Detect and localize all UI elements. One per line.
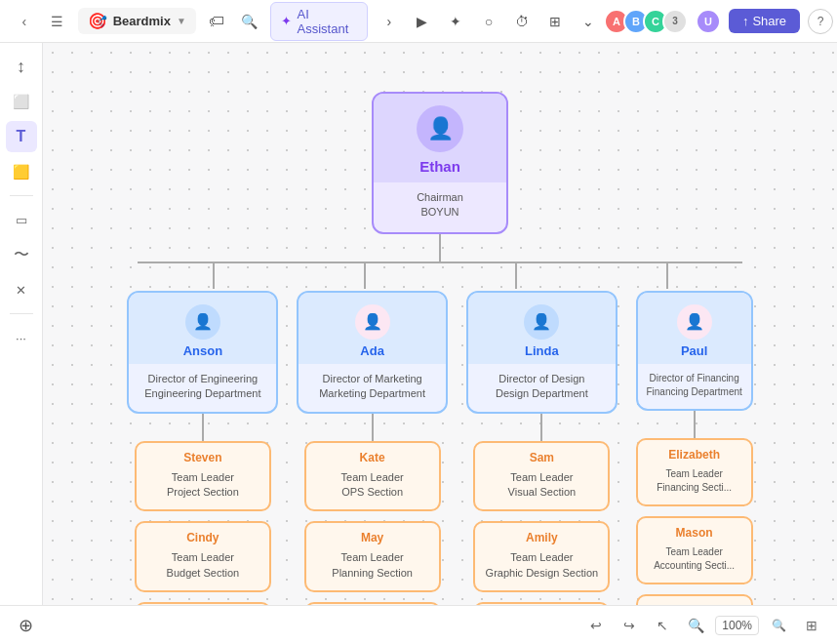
tick-4 (666, 262, 668, 289)
undo-button[interactable]: ↩ (582, 612, 610, 639)
linda-col: 👤 Linda Director of Design Design Depart… (466, 291, 618, 605)
mid-level: 👤 Anson Director of Engineering Engineer… (118, 291, 762, 605)
paul-name: Paul (681, 343, 707, 358)
bottom-bar: ⊕ ↩ ↪ ↖ 🔍 100% 🔍 ⊞ (0, 605, 837, 644)
mid-node-linda[interactable]: 👤 Linda Director of Design Design Depart… (466, 291, 618, 414)
leaf-cindy[interactable]: Cindy Team Leader Budget Section (135, 521, 271, 592)
leaf-michael[interactable]: Michael Te... U... (473, 602, 610, 605)
mid-node-ada[interactable]: 👤 Ada Director of Marketing Marketing De… (297, 291, 448, 414)
share-icon: ↑ (742, 14, 749, 28)
root-role1: Chairman (381, 190, 498, 205)
topbar-right: A B C 3 U ↑ Share ? (610, 9, 833, 34)
sam-role1: Team Leader (483, 470, 600, 485)
logo-icon: 🎯 (88, 12, 107, 30)
leaf-amily[interactable]: Amily Team Leader Graphic Design Section (473, 521, 610, 592)
mid-node-paul[interactable]: 👤 Paul Director of Financing Financing D… (636, 291, 753, 411)
mason-name: Mason (646, 526, 743, 540)
linda-role1: Director of Design (476, 372, 608, 386)
linda-name: Linda (525, 343, 559, 358)
ada-avatar: 👤 (355, 304, 390, 340)
tag-button[interactable]: 🏷 (204, 8, 229, 35)
zoom-out-button[interactable]: 🔍 (682, 612, 709, 639)
search-button[interactable]: 🔍 (237, 8, 262, 35)
h-line (138, 262, 742, 263)
circle-btn[interactable]: ○ (475, 8, 502, 35)
ai-icon: ✦ (281, 14, 292, 28)
bottom-left: ⊕ (12, 612, 39, 639)
leaf-col-linda: Sam Team Leader Visual Section Amily Tea… (473, 441, 610, 605)
brand-logo[interactable]: 🎯 Beardmix ▼ (78, 8, 196, 34)
sidebar-tool-move[interactable]: ↕ (6, 51, 37, 82)
leaf-lucia[interactable]: Lucia (636, 594, 753, 605)
ada-name: Ada (360, 343, 384, 358)
sidebar-tool-more[interactable]: ··· (6, 322, 37, 353)
ai-assistant-button[interactable]: ✦ AI Assistant (270, 2, 368, 41)
leaf-sam[interactable]: Sam Team Leader Visual Section (473, 441, 610, 512)
user-avatar[interactable]: U (696, 9, 721, 34)
back-button[interactable]: ‹ (12, 8, 37, 35)
star-btn[interactable]: ✦ (442, 8, 469, 35)
anson-name: Anson (183, 343, 222, 358)
add-frame-button[interactable]: ⊕ (12, 612, 39, 639)
v-conn-anson (202, 414, 204, 441)
help-button[interactable]: ? (808, 9, 833, 34)
leaf-col-anson: Steven Team Leader Project Section Cindy… (135, 441, 271, 605)
tick-1 (213, 262, 215, 289)
leaf-kate[interactable]: Kate Team Leader OPS Section (304, 441, 441, 512)
sidebar-tool-sticky[interactable]: 🟨 (6, 156, 37, 187)
may-role2: Planning Section (314, 566, 431, 581)
steven-name: Steven (144, 451, 261, 464)
sidebar-tool-text[interactable]: T (6, 121, 37, 152)
sidebar-tool-pen[interactable]: 〜 (6, 239, 37, 270)
amily-role2: Graphic Design Section (483, 566, 600, 581)
leaf-mason[interactable]: Mason Team Leader Accounting Secti... (636, 516, 753, 584)
down-btn[interactable]: ⌄ (575, 8, 602, 35)
sidebar-tool-connector[interactable]: ✕ (6, 274, 37, 305)
redo-button[interactable]: ↪ (616, 612, 643, 639)
mason-role1: Team Leader (646, 545, 743, 559)
leaf-may[interactable]: May Team Leader Planning Section (304, 521, 441, 592)
share-label: Share (752, 14, 786, 28)
cursor-button[interactable]: ↖ (649, 612, 676, 639)
left-sidebar: ↕ ⬜ T 🟨 ▭ 〜 ✕ ··· (0, 43, 43, 605)
canvas-area[interactable]: 👤 Ethan Chairman BOYUN (43, 43, 837, 605)
may-name: May (314, 531, 431, 544)
leaf-elizabeth[interactable]: Elizabeth Team Leader Financing Secti... (636, 438, 753, 506)
grid-btn[interactable]: ⊞ (541, 8, 569, 35)
kate-role1: Team Leader (314, 470, 431, 485)
leaf-karl[interactable]: Karl Team Leader Technical Section (135, 602, 271, 605)
sam-role2: Visual Section (483, 485, 600, 500)
vl-anson (202, 414, 204, 441)
avatars-group: A B C 3 (610, 9, 688, 34)
leaf-col-ada: Kate Team Leader OPS Section May Team Le… (304, 441, 441, 605)
root-level: 👤 Ethan Chairman BOYUN (60, 92, 820, 234)
fit-button[interactable]: ⊞ (798, 612, 825, 639)
main-area: ↕ ⬜ T 🟨 ▭ 〜 ✕ ··· 👤 Ethan Chairman BOYU (0, 43, 837, 605)
leaf-steven[interactable]: Steven Team Leader Project Section (135, 441, 271, 512)
linda-header: 👤 Linda (468, 293, 616, 364)
root-name: Ethan (419, 158, 460, 175)
root-node[interactable]: 👤 Ethan Chairman BOYUN (372, 92, 508, 234)
paul-col: 👤 Paul Director of Financing Financing D… (636, 291, 753, 605)
linda-avatar: 👤 (524, 304, 559, 340)
cindy-role2: Budget Section (144, 566, 261, 581)
sidebar-tool-shape[interactable]: ▭ (6, 204, 37, 235)
zoom-in-button[interactable]: 🔍 (765, 612, 792, 639)
clock-btn[interactable]: ⏱ (508, 8, 536, 35)
mid-node-anson[interactable]: 👤 Anson Director of Engineering Engineer… (127, 291, 278, 414)
bottom-right: ↩ ↪ ↖ 🔍 100% 🔍 ⊞ (582, 612, 825, 639)
share-button[interactable]: ↑ Share (729, 9, 800, 33)
brand-name: Beardmix (113, 14, 171, 28)
v-conn-ada (372, 414, 374, 441)
sidebar-divider-1 (10, 195, 33, 196)
menu-button[interactable]: ☰ (45, 8, 70, 35)
play-btn[interactable]: ▶ (409, 8, 436, 35)
forward-btn[interactable]: › (376, 8, 403, 35)
sidebar-tool-frame[interactable]: ⬜ (6, 86, 37, 117)
anson-header: 👤 Anson (129, 293, 276, 364)
ada-col: 👤 Ada Director of Marketing Marketing De… (297, 291, 448, 605)
elizabeth-name: Elizabeth (646, 448, 743, 462)
anson-role1: Director of Engineering (137, 372, 268, 386)
leaf-caroline[interactable]: Caroline Team Leader Operation Section (304, 602, 441, 605)
v-conn-linda (540, 414, 542, 441)
